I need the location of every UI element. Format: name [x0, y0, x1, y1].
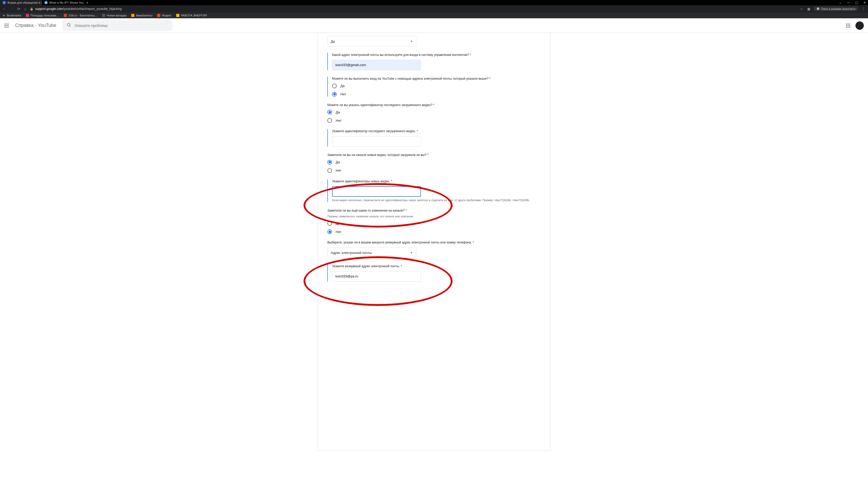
incognito-label: Окно в режиме инкогнито	[822, 7, 856, 10]
address-bar: ← → ⟳ ⌂ 🔒 support.google.com/youtube/con…	[0, 5, 868, 12]
dropdown-arrow-icon: ▼	[410, 251, 413, 254]
backup-select[interactable]: Адрес электронной почты ▼	[327, 248, 416, 258]
bookmark-label: Bookmarks	[7, 14, 21, 17]
window-dropdown[interactable]: ⌄	[839, 1, 842, 4]
radio-label: Нет	[340, 92, 346, 96]
bookmark-item[interactable]: 1Gb.ru - Бесплатны…	[64, 14, 97, 17]
new-tab-button[interactable]: +	[84, 1, 91, 5]
back-button[interactable]: ←	[3, 7, 6, 11]
lastvideo-radio-yes[interactable]: Да	[327, 110, 541, 115]
bookmark-label: Авиабилеты	[136, 14, 152, 17]
backup-email-label: Укажите резервный адрес электронной почт…	[332, 264, 541, 268]
email-input[interactable]	[332, 60, 421, 70]
login-question-label: Можете ли вы выполнить вход на YouTube с…	[332, 76, 541, 81]
bookmark-label: Новая вкладка	[107, 14, 127, 17]
content-area: Да ▼ Какой адрес электронной почты вы ис…	[0, 33, 868, 451]
radio-label: Нет	[336, 230, 341, 234]
apps-grid-icon[interactable]	[846, 24, 850, 28]
radio-label: Да	[336, 222, 340, 225]
hamburger-menu-icon[interactable]	[4, 24, 9, 27]
bookmark-item[interactable]: ★Bookmarks	[3, 14, 21, 17]
svg-point-0	[817, 9, 818, 10]
tab-title: Форма для обращения в служб…	[7, 1, 42, 4]
browser-tabs: Форма для обращения в служб… × What Is M…	[0, 0, 868, 5]
extensions-icon[interactable]: ▣	[807, 7, 810, 11]
bookmark-item[interactable]: РАБОТА ЭНЕРГИЯ	[176, 14, 207, 17]
bookmark-item[interactable]: Площадь пользова…	[26, 14, 59, 17]
newvideos-radio-no[interactable]: Нет	[327, 168, 541, 173]
otherchanges-radio-yes[interactable]: Да	[327, 221, 541, 226]
bookmark-item[interactable]: Яндекс	[157, 14, 172, 17]
url-domain: support.google.com	[35, 7, 62, 11]
newvideos-question-label: Заметили ли вы на канале новые видео, ко…	[327, 153, 541, 157]
bookmark-item[interactable]: Новая вкладка	[102, 14, 127, 17]
radio-label: Нет	[336, 119, 341, 123]
otherchanges-question-label: Заметили ли вы ещё какие-то изменения на…	[327, 208, 541, 213]
search-input[interactable]	[74, 24, 168, 28]
bookmark-label: Яндекс	[162, 14, 172, 17]
app-header: Справка - YouTube	[0, 18, 868, 33]
tab-title: What Is My IP? Shows Your Publ…	[49, 1, 84, 4]
url-path: /youtube/contact/report_youtube_hijackin…	[63, 7, 122, 11]
browser-tab-active[interactable]: Форма для обращения в служб… ×	[0, 0, 42, 5]
lastvideo-id-input[interactable]	[332, 136, 421, 147]
lastvideo-radio-no[interactable]: Нет	[327, 118, 541, 123]
favicon-google	[3, 1, 6, 4]
svg-point-1	[818, 9, 819, 10]
login-radio-no[interactable]: Нет	[332, 92, 541, 97]
content-manager-select[interactable]: Да ▼	[327, 36, 416, 46]
incognito-icon	[816, 7, 820, 11]
backup-question-label: Выберите, указан ли в вашем аккаунте рез…	[327, 240, 541, 245]
window-maximize[interactable]: ▢	[855, 1, 858, 4]
radio-label: Нет	[336, 168, 341, 172]
bookmark-label: 1Gb.ru - Бесплатны…	[68, 14, 97, 17]
favicon-ip	[44, 1, 48, 4]
avatar[interactable]	[856, 22, 864, 30]
bookmarks-bar: ★Bookmarks Площадь пользова… 1Gb.ru - Бе…	[0, 12, 868, 18]
select-value: Адрес электронной почты	[331, 251, 372, 255]
svg-line-3	[70, 26, 71, 27]
app-title: Справка - YouTube	[15, 23, 56, 28]
newvideos-id-input[interactable]	[332, 186, 421, 197]
login-radio-yes[interactable]: Да	[332, 84, 541, 88]
email-question-label: Какой адрес электронной почты вы использ…	[332, 53, 541, 57]
newvideos-radio-yes[interactable]: Да	[327, 160, 541, 165]
incognito-badge[interactable]: Окно в режиме инкогнито	[814, 6, 858, 11]
browser-tab[interactable]: What Is My IP? Shows Your Publ… ×	[42, 0, 84, 5]
select-value: Да	[331, 39, 335, 43]
otherchanges-helper: Пример: изменилось название канала, его …	[327, 215, 541, 218]
radio-label: Да	[340, 84, 345, 88]
form-card: Да ▼ Какой адрес электронной почты вы ис…	[318, 33, 550, 451]
radio-label: Да	[336, 160, 340, 164]
search-box[interactable]	[62, 21, 172, 31]
reload-button[interactable]: ⟳	[17, 7, 21, 11]
otherchanges-radio-no[interactable]: Нет	[327, 229, 541, 234]
lock-icon[interactable]: 🔒	[30, 7, 33, 11]
forward-button[interactable]: →	[10, 7, 13, 11]
newvideos-id-label: Укажите идентификаторы новых видео. *	[332, 179, 541, 184]
svg-point-2	[67, 23, 70, 26]
newvideos-helper: Если видео несколько, перечислите их иде…	[332, 198, 541, 202]
search-icon	[67, 23, 71, 29]
backup-email-input[interactable]	[332, 271, 421, 282]
menu-icon[interactable]: ⋮	[862, 7, 865, 11]
window-close[interactable]: ✕	[863, 1, 866, 4]
bookmark-label: РАБОТА ЭНЕРГИЯ	[181, 14, 207, 17]
url-field[interactable]: support.google.com/youtube/contact/repor…	[35, 7, 796, 11]
bookmark-label: Площадь пользова…	[31, 14, 59, 17]
lastvideo-question-label: Можете ли вы указать идентификатор после…	[327, 103, 541, 107]
home-button[interactable]: ⌂	[24, 7, 26, 11]
star-icon[interactable]: ☆	[800, 7, 803, 11]
lastvideo-id-label: Укажите идентификатор последнего загруже…	[332, 129, 541, 133]
window-minimize[interactable]: —	[847, 1, 850, 4]
radio-label: Да	[336, 110, 340, 114]
bookmark-item[interactable]: Авиабилеты	[131, 14, 152, 17]
dropdown-arrow-icon: ▼	[410, 40, 413, 43]
